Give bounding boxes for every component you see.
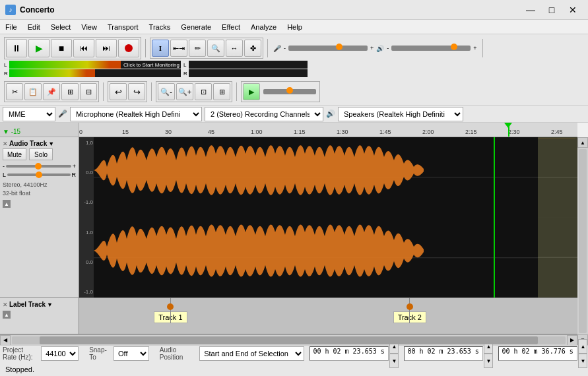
scale-1-0: 1.0 [80, 140, 93, 146]
close-button[interactable]: ✕ [563, 3, 583, 16]
pan-row: L R [3, 172, 76, 178]
cut-button[interactable]: ✂ [6, 83, 23, 100]
time-val-1: 00 h 02 m 23.653 s [313, 348, 384, 355]
time-shift-tool-icon: ↔ [231, 44, 238, 52]
audio-track-waveform[interactable]: 1.0 0.0 -1.0 1.0 0.0 -1.0 [79, 137, 577, 298]
solo-button[interactable]: Solo [29, 148, 53, 160]
scroll-up-button[interactable]: ▲ [577, 137, 588, 148]
zoom-out-button[interactable]: 🔍- [158, 83, 175, 100]
audio-position-select[interactable]: Start and End of Selection [199, 346, 304, 361]
rec-level-thumb[interactable] [336, 44, 343, 50]
mute-button[interactable]: Mute [3, 148, 26, 160]
speaker-icon: 🔊 [376, 45, 384, 52]
play-speed-thumb[interactable] [286, 87, 293, 94]
project-rate-select[interactable]: 44100 [41, 346, 79, 361]
host-select[interactable]: MME [3, 107, 55, 121]
menu-effect[interactable]: Effect [216, 20, 245, 34]
playback-level-thumb[interactable] [451, 44, 457, 50]
pause-icon: ⏸ [12, 43, 21, 53]
scroll-left-button[interactable]: ◀ [0, 335, 11, 346]
label-track-header: ✕ Label Track ▼ [3, 301, 76, 308]
h-scroll-track[interactable] [12, 336, 566, 344]
snap-to-select[interactable]: Off [114, 346, 149, 361]
sep6 [236, 82, 237, 101]
channels-select[interactable]: 2 (Stereo) Recording Channels [205, 107, 323, 121]
waveform-top [94, 137, 538, 218]
pan-slider[interactable] [7, 173, 70, 176]
time-shift-tool-button[interactable]: ↔ [226, 40, 243, 57]
selection-tool-button[interactable]: I [152, 40, 169, 57]
label-track-content[interactable]: Track 1 Track 2 [79, 298, 577, 334]
label-track-dropdown[interactable]: ▼ [47, 301, 53, 308]
project-rate-label: Project Rate (Hz): [3, 346, 38, 361]
play-speed-slider[interactable] [263, 89, 316, 94]
pb-vu-l-label: L [183, 62, 187, 68]
menu-view[interactable]: View [76, 20, 102, 34]
ruler-100: 1:00 [251, 129, 263, 135]
label-track1: Track 1 [154, 298, 187, 323]
speaker-device-icon: 🔊 [326, 110, 335, 118]
audio-track-close[interactable]: ✕ [3, 141, 8, 147]
speakers-select[interactable]: Speakers (Realtek High Definiti [338, 107, 463, 121]
zoom-in-button[interactable]: 🔍+ [176, 83, 193, 100]
timeline-area: ▼ -15 0 15 30 45 1:00 1:15 1:30 1:45 2:0… [0, 123, 588, 137]
time-input-3: 00 h 02 m 36.776 s [498, 346, 577, 361]
v-scroll-track[interactable] [579, 149, 587, 333]
menu-help[interactable]: Help [282, 20, 308, 34]
sep2 [267, 39, 268, 57]
label-track-expand-button[interactable]: ▲ [3, 311, 11, 319]
menu-analyze[interactable]: Analyze [245, 20, 282, 34]
silence-button[interactable]: ⊟ [80, 83, 97, 100]
track-expand-button[interactable]: ▲ [3, 200, 11, 208]
gain-slider[interactable] [6, 165, 71, 168]
playback-position-indicator: ▼ -15 [3, 128, 20, 135]
stop-button[interactable]: ■ [51, 39, 72, 57]
zoom-sel-button[interactable]: ⊞ [213, 83, 230, 100]
gain-plus: + [73, 163, 76, 170]
menu-generate[interactable]: Generate [176, 20, 216, 34]
pb-vu-row-r: R [183, 69, 308, 77]
menu-select[interactable]: Select [46, 20, 77, 34]
timeline-ruler[interactable]: 0 15 30 45 1:00 1:15 1:30 1:45 2:00 2:15… [79, 123, 577, 137]
redo-button[interactable]: ↪ [128, 83, 145, 100]
record-button[interactable] [118, 39, 139, 57]
gain-thumb[interactable] [35, 163, 42, 170]
envelope-tool-button[interactable]: ⇤⇥ [170, 40, 187, 57]
recording-level-section: 🎤 - + 🔊 - + [273, 45, 477, 52]
trim-button[interactable]: ⊞ [61, 83, 79, 100]
pan-thumb[interactable] [36, 172, 42, 178]
microphone-select[interactable]: Microphone (Realtek High Defini [70, 107, 202, 121]
redo-icon: ↪ [133, 87, 141, 97]
copy-button[interactable]: 📋 [24, 83, 42, 100]
pb-vu-r-bar [189, 69, 308, 77]
pause-button[interactable]: ⏸ [6, 39, 27, 57]
multi-tool-button[interactable]: ✤ [244, 40, 261, 57]
menu-edit[interactable]: Edit [22, 20, 46, 34]
label-track-close[interactable]: ✕ [3, 301, 8, 308]
menu-transport[interactable]: Transport [102, 20, 144, 34]
undo-button[interactable]: ↩ [110, 83, 127, 100]
playback-level-slider[interactable] [391, 46, 471, 51]
rec-level-slider[interactable] [288, 46, 368, 51]
audio-track-dropdown[interactable]: ▼ [48, 141, 54, 147]
maximize-button[interactable]: □ [542, 3, 562, 16]
play-speed-button[interactable]: ▶ [243, 83, 260, 100]
h-scroll-thumb[interactable] [40, 336, 538, 344]
menu-file[interactable]: File [0, 20, 22, 34]
paste-button[interactable]: 📌 [43, 83, 60, 100]
rec-level-row: 🎤 - + 🔊 - + [273, 45, 477, 52]
skip-end-button[interactable]: ⏭ [96, 39, 117, 57]
zoom-fit-button[interactable]: ⊡ [195, 83, 212, 100]
menu-tracks[interactable]: Tracks [144, 20, 176, 34]
vu-click-to-start[interactable]: Click to Start Monitoring [123, 62, 180, 68]
play-button[interactable]: ▶ [28, 39, 49, 57]
zoom-fit-icon: ⊡ [201, 88, 207, 96]
app-icon-glyph: ♪ [9, 6, 13, 13]
snap-to-label: Snap-To [89, 346, 111, 361]
time-spin-up-3[interactable]: ▲ [578, 339, 587, 354]
skip-start-button[interactable]: ⏮ [73, 39, 94, 57]
minimize-button[interactable]: — [521, 3, 540, 16]
draw-tool-button[interactable]: ✏ [189, 40, 206, 57]
zoom-tool-button[interactable]: 🔍 [207, 40, 224, 57]
vu-row-r: R [4, 69, 181, 77]
